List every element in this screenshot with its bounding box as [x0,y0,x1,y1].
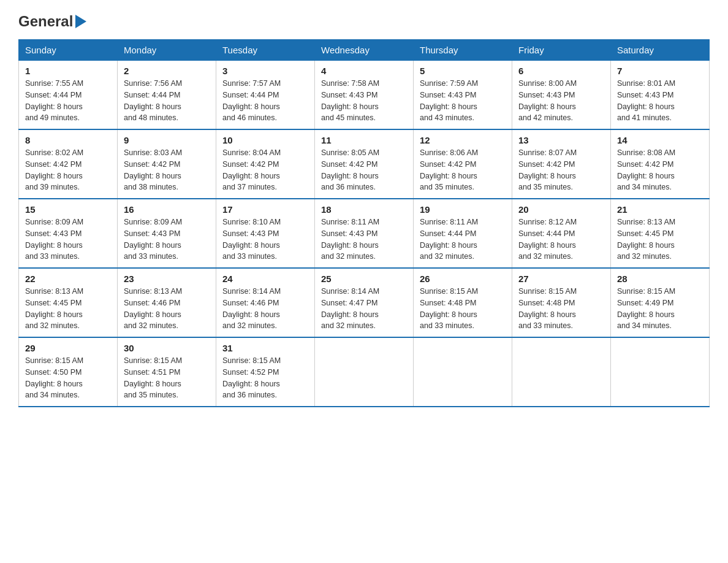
week-row-4: 22 Sunrise: 8:13 AM Sunset: 4:45 PM Dayl… [19,268,710,337]
calendar-cell: 31 Sunrise: 8:15 AM Sunset: 4:52 PM Dayl… [216,337,315,407]
day-number: 26 [420,274,506,284]
day-number: 12 [420,135,506,145]
day-info: Sunrise: 8:13 AM Sunset: 4:45 PM Dayligh… [617,216,703,262]
day-info: Sunrise: 8:14 AM Sunset: 4:47 PM Dayligh… [321,286,407,332]
calendar-cell: 8 Sunrise: 8:02 AM Sunset: 4:42 PM Dayli… [19,129,118,199]
day-info: Sunrise: 7:58 AM Sunset: 4:43 PM Dayligh… [321,78,407,124]
calendar-cell: 5 Sunrise: 7:59 AM Sunset: 4:43 PM Dayli… [414,61,512,130]
logo: General [18,12,86,29]
day-number: 21 [617,204,703,215]
calendar-cell: 14 Sunrise: 8:08 AM Sunset: 4:42 PM Dayl… [611,129,710,199]
day-number: 8 [25,135,111,145]
day-info: Sunrise: 8:00 AM Sunset: 4:43 PM Dayligh… [518,78,604,124]
day-info: Sunrise: 8:09 AM Sunset: 4:43 PM Dayligh… [25,216,111,262]
calendar-cell: 24 Sunrise: 8:14 AM Sunset: 4:46 PM Dayl… [216,268,315,337]
day-info: Sunrise: 8:11 AM Sunset: 4:44 PM Dayligh… [420,216,506,262]
day-info: Sunrise: 8:06 AM Sunset: 4:42 PM Dayligh… [420,147,506,193]
header-monday: Monday [118,40,216,61]
calendar-cell: 22 Sunrise: 8:13 AM Sunset: 4:45 PM Dayl… [19,268,118,337]
calendar-cell: 6 Sunrise: 8:00 AM Sunset: 4:43 PM Dayli… [512,61,611,130]
day-number: 18 [321,204,407,215]
calendar-cell: 26 Sunrise: 8:15 AM Sunset: 4:48 PM Dayl… [414,268,512,337]
day-info: Sunrise: 7:55 AM Sunset: 4:44 PM Dayligh… [25,78,111,124]
day-info: Sunrise: 7:56 AM Sunset: 4:44 PM Dayligh… [124,78,210,124]
day-number: 10 [222,135,308,145]
day-number: 22 [25,274,111,284]
day-number: 28 [617,274,703,284]
calendar-cell: 23 Sunrise: 8:13 AM Sunset: 4:46 PM Dayl… [118,268,216,337]
day-number: 1 [25,66,111,76]
day-info: Sunrise: 8:05 AM Sunset: 4:42 PM Dayligh… [321,147,407,193]
calendar-cell: 21 Sunrise: 8:13 AM Sunset: 4:45 PM Dayl… [611,199,710,268]
day-info: Sunrise: 8:12 AM Sunset: 4:44 PM Dayligh… [518,216,604,262]
week-row-5: 29 Sunrise: 8:15 AM Sunset: 4:50 PM Dayl… [19,337,710,407]
day-number: 2 [124,66,210,76]
day-info: Sunrise: 8:13 AM Sunset: 4:45 PM Dayligh… [25,286,111,332]
day-number: 15 [25,204,111,215]
calendar-cell [512,337,611,407]
header-tuesday: Tuesday [216,40,315,61]
header-sunday: Sunday [19,40,118,61]
day-number: 16 [124,204,210,215]
day-info: Sunrise: 8:13 AM Sunset: 4:46 PM Dayligh… [124,286,210,332]
day-number: 25 [321,274,407,284]
day-info: Sunrise: 8:15 AM Sunset: 4:49 PM Dayligh… [617,286,703,332]
calendar-cell [611,337,710,407]
week-row-1: 1 Sunrise: 7:55 AM Sunset: 4:44 PM Dayli… [19,61,710,130]
week-row-3: 15 Sunrise: 8:09 AM Sunset: 4:43 PM Dayl… [19,199,710,268]
day-number: 14 [617,135,703,145]
day-number: 4 [321,66,407,76]
logo-arrow-icon [75,15,86,31]
day-info: Sunrise: 8:11 AM Sunset: 4:43 PM Dayligh… [321,216,407,262]
logo-general-text: General [18,13,73,30]
calendar-cell [414,337,512,407]
day-info: Sunrise: 8:15 AM Sunset: 4:52 PM Dayligh… [222,355,308,401]
calendar-cell: 28 Sunrise: 8:15 AM Sunset: 4:49 PM Dayl… [611,268,710,337]
day-info: Sunrise: 7:59 AM Sunset: 4:43 PM Dayligh… [420,78,506,124]
header-saturday: Saturday [611,40,710,61]
day-info: Sunrise: 8:14 AM Sunset: 4:46 PM Dayligh… [222,286,308,332]
calendar-cell: 12 Sunrise: 8:06 AM Sunset: 4:42 PM Dayl… [414,129,512,199]
day-info: Sunrise: 8:04 AM Sunset: 4:42 PM Dayligh… [222,147,308,193]
calendar-cell: 3 Sunrise: 7:57 AM Sunset: 4:44 PM Dayli… [216,61,315,130]
day-info: Sunrise: 8:10 AM Sunset: 4:43 PM Dayligh… [222,216,308,262]
calendar-cell: 2 Sunrise: 7:56 AM Sunset: 4:44 PM Dayli… [118,61,216,130]
calendar-cell: 7 Sunrise: 8:01 AM Sunset: 4:43 PM Dayli… [611,61,710,130]
svg-marker-0 [75,15,86,28]
week-row-2: 8 Sunrise: 8:02 AM Sunset: 4:42 PM Dayli… [19,129,710,199]
day-info: Sunrise: 8:15 AM Sunset: 4:51 PM Dayligh… [124,355,210,401]
calendar-cell: 17 Sunrise: 8:10 AM Sunset: 4:43 PM Dayl… [216,199,315,268]
calendar-cell: 15 Sunrise: 8:09 AM Sunset: 4:43 PM Dayl… [19,199,118,268]
day-number: 29 [25,343,111,353]
day-info: Sunrise: 8:15 AM Sunset: 4:50 PM Dayligh… [25,355,111,401]
calendar-cell: 18 Sunrise: 8:11 AM Sunset: 4:43 PM Dayl… [315,199,414,268]
page-header: General [18,12,710,29]
calendar-cell: 4 Sunrise: 7:58 AM Sunset: 4:43 PM Dayli… [315,61,414,130]
calendar-cell: 27 Sunrise: 8:15 AM Sunset: 4:48 PM Dayl… [512,268,611,337]
calendar-cell: 19 Sunrise: 8:11 AM Sunset: 4:44 PM Dayl… [414,199,512,268]
day-number: 3 [222,66,308,76]
day-info: Sunrise: 8:03 AM Sunset: 4:42 PM Dayligh… [124,147,210,193]
calendar-cell: 11 Sunrise: 8:05 AM Sunset: 4:42 PM Dayl… [315,129,414,199]
header-friday: Friday [512,40,611,61]
day-number: 7 [617,66,703,76]
day-number: 13 [518,135,604,145]
calendar-table: SundayMondayTuesdayWednesdayThursdayFrid… [18,39,710,407]
day-info: Sunrise: 8:01 AM Sunset: 4:43 PM Dayligh… [617,78,703,124]
day-number: 5 [420,66,506,76]
day-number: 20 [518,204,604,215]
calendar-cell: 30 Sunrise: 8:15 AM Sunset: 4:51 PM Dayl… [118,337,216,407]
day-info: Sunrise: 8:15 AM Sunset: 4:48 PM Dayligh… [420,286,506,332]
day-number: 19 [420,204,506,215]
calendar-cell: 16 Sunrise: 8:09 AM Sunset: 4:43 PM Dayl… [118,199,216,268]
day-number: 6 [518,66,604,76]
day-info: Sunrise: 7:57 AM Sunset: 4:44 PM Dayligh… [222,78,308,124]
calendar-header-row: SundayMondayTuesdayWednesdayThursdayFrid… [19,40,710,61]
day-number: 11 [321,135,407,145]
calendar-cell: 10 Sunrise: 8:04 AM Sunset: 4:42 PM Dayl… [216,129,315,199]
calendar-cell: 13 Sunrise: 8:07 AM Sunset: 4:42 PM Dayl… [512,129,611,199]
day-info: Sunrise: 8:08 AM Sunset: 4:42 PM Dayligh… [617,147,703,193]
day-info: Sunrise: 8:15 AM Sunset: 4:48 PM Dayligh… [518,286,604,332]
day-number: 23 [124,274,210,284]
calendar-cell: 20 Sunrise: 8:12 AM Sunset: 4:44 PM Dayl… [512,199,611,268]
